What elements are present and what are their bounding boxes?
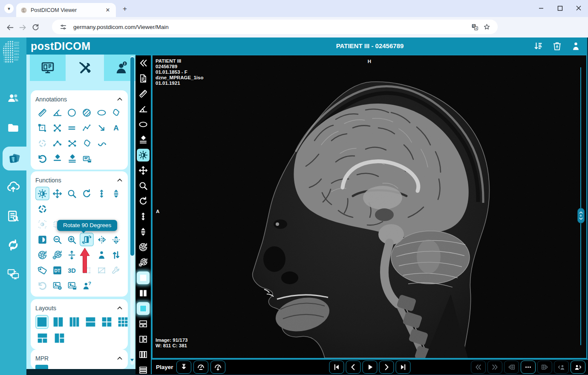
layout-2x1[interactable]	[84, 315, 97, 329]
collapse-chevron-icon[interactable]	[116, 96, 123, 103]
tab-tools[interactable]	[67, 55, 103, 81]
text-annotation-tool[interactable]	[109, 121, 123, 135]
open-angle-tool[interactable]	[50, 136, 64, 150]
fit-vertical-button[interactable]	[65, 248, 79, 262]
layouts-header[interactable]: Layouts	[35, 303, 123, 314]
zoom-in-button[interactable]	[65, 233, 79, 246]
pan-tool[interactable]	[135, 165, 151, 176]
polyline-tool[interactable]	[80, 121, 94, 135]
stack-scroll-tool[interactable]	[135, 227, 151, 237]
erase-all-annotations-button[interactable]	[65, 152, 79, 165]
measure-angle-tool[interactable]	[50, 106, 64, 119]
free-rotate-tool[interactable]	[135, 196, 151, 206]
mpr-layout-partial[interactable]	[35, 365, 48, 369]
layout-1-left-2-right[interactable]	[52, 331, 66, 345]
layout-rows-button[interactable]	[135, 365, 151, 375]
zoom-out-button[interactable]	[50, 233, 64, 246]
reset-window-level-button[interactable]	[135, 257, 151, 268]
sidebar-item-upload[interactable]	[0, 175, 26, 199]
tab-close-icon[interactable]: ✕	[104, 6, 112, 14]
cobb-angle-tool[interactable]	[65, 136, 79, 150]
zoom-tool[interactable]	[65, 187, 79, 200]
address-bar[interactable]: germany.postdicom.com/Viewer/Main Ga	[52, 20, 498, 34]
measure-length-tool[interactable]	[135, 89, 151, 99]
series-scroll-slider[interactable]	[580, 67, 581, 345]
export-image-button[interactable]	[50, 279, 64, 292]
assign-patient-button[interactable]	[80, 279, 94, 292]
series-options-button[interactable]	[521, 361, 536, 374]
layout-top-two-button[interactable]	[135, 319, 151, 329]
patient-orientation-button[interactable]	[95, 248, 109, 262]
circle-roi-tool[interactable]	[65, 106, 79, 119]
translate-icon[interactable]: Ga	[469, 21, 481, 33]
localizer-tool[interactable]	[35, 202, 49, 216]
cross-measurement-tool[interactable]	[50, 121, 64, 135]
export-video-button[interactable]	[176, 361, 191, 374]
sidebar-item-folders[interactable]	[0, 116, 26, 140]
reset-rotation-button[interactable]	[35, 248, 49, 262]
sort-queue-icon[interactable]	[532, 40, 545, 52]
layout-1x3[interactable]	[68, 315, 81, 329]
window-minimize-button[interactable]	[532, 0, 551, 16]
reset-rotation-button[interactable]	[135, 242, 151, 252]
series-scroll-thumb[interactable]	[577, 208, 585, 223]
decrease-speed-button[interactable]	[193, 361, 208, 374]
layout-1x1[interactable]	[35, 315, 49, 329]
open-3d-button[interactable]	[65, 263, 79, 277]
stack-scroll-tool[interactable]	[109, 187, 123, 200]
forward-icon[interactable]	[16, 21, 29, 34]
freehand-roi-tool[interactable]	[109, 106, 123, 119]
new-tab-button[interactable]: +	[120, 4, 130, 14]
back-icon[interactable]	[3, 21, 16, 34]
previous-image-button[interactable]	[346, 361, 361, 374]
reset-window-level-button[interactable]	[50, 248, 64, 262]
measure-length-tool[interactable]	[35, 106, 49, 119]
measure-angle-tool[interactable]	[135, 104, 151, 114]
erase-annotation-button[interactable]	[50, 152, 64, 165]
tab-search-icon[interactable]: ▾	[4, 4, 14, 13]
ellipse-roi-tool[interactable]	[135, 119, 151, 130]
flip-horizontal-button[interactable]	[95, 233, 109, 246]
layout-three-column-button[interactable]	[135, 349, 151, 360]
reload-icon[interactable]	[29, 21, 42, 34]
site-settings-icon[interactable]	[57, 21, 69, 33]
single-image-layout-button[interactable]	[135, 273, 151, 283]
window-level-tool[interactable]	[135, 150, 151, 160]
two-column-layout-button[interactable]	[135, 288, 151, 298]
collapse-chevron-icon[interactable]	[116, 355, 123, 362]
filled-circle-roi-tool[interactable]	[80, 106, 94, 119]
single-series-layout-button[interactable]	[135, 303, 151, 314]
erase-annotation-button[interactable]	[135, 135, 151, 145]
sidebar-item-viewer[interactable]	[3, 147, 26, 170]
dt-report-button[interactable]	[50, 263, 64, 277]
image-viewport[interactable]: PATIENT III 02456789 01.01.1853 - F dzne…	[152, 55, 587, 359]
layout-1-top-2-bottom[interactable]	[35, 331, 49, 345]
closed-freehand-tool[interactable]	[80, 136, 94, 150]
save-image-button[interactable]	[65, 279, 79, 292]
sidebar-item-dicom-transfer[interactable]	[0, 233, 26, 257]
arrow-annotation-tool[interactable]	[95, 121, 109, 135]
ellipse-roi-tool[interactable]	[95, 106, 109, 119]
panel-scrollbar[interactable]	[130, 56, 134, 365]
scroll-images-tool[interactable]	[95, 187, 109, 200]
window-maximize-button[interactable]	[551, 0, 569, 16]
save-annotations-button[interactable]	[80, 152, 94, 165]
annotations-header[interactable]: Annotations	[35, 94, 123, 105]
bookmark-star-icon[interactable]	[481, 21, 493, 33]
scroll-images-tool[interactable]	[135, 211, 151, 222]
recycle-bin-icon[interactable]	[551, 40, 563, 52]
sidebar-item-order-worklist[interactable]	[0, 204, 26, 228]
pan-tool[interactable]	[50, 187, 64, 200]
sidebar-item-patient-search[interactable]	[0, 86, 26, 110]
layout-3x3[interactable]	[116, 315, 130, 329]
undo-annotation-button[interactable]	[35, 152, 49, 165]
invert-button[interactable]	[35, 233, 49, 246]
panel-scrollbar-thumb[interactable]	[130, 57, 134, 256]
next-image-button[interactable]	[379, 361, 394, 374]
show-dicom-tags-button[interactable]	[35, 263, 49, 277]
flip-vertical-button[interactable]	[109, 233, 123, 246]
account-icon[interactable]	[569, 40, 582, 52]
panel-scroll-down-icon[interactable]	[130, 359, 134, 361]
first-image-button[interactable]	[329, 361, 344, 374]
tab-study-content[interactable]	[30, 55, 66, 81]
